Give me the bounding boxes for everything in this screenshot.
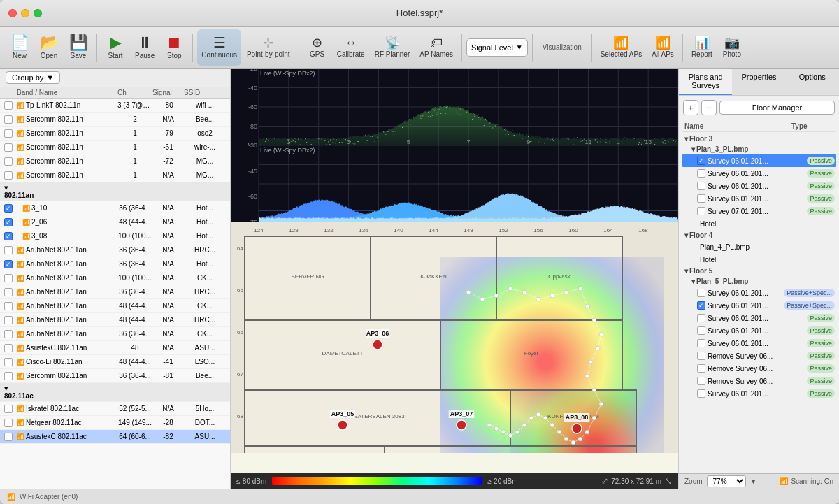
ap-checkbox[interactable] — [4, 419, 13, 427]
calibrate-button[interactable]: ↔ Calibrate — [333, 29, 369, 66]
point-by-point-button[interactable]: ⊹ Point-by-point — [243, 29, 294, 66]
tree-group[interactable]: ▾Floor 3 — [682, 134, 836, 144]
ap-row[interactable]: 📶 ArubaNet 802.11an 36 (36-4... N/A HRC.… — [0, 285, 230, 299]
rf-planner-button[interactable]: 📡 RF Planner — [371, 29, 415, 66]
ap-checkbox[interactable] — [4, 157, 13, 166]
ap-row[interactable]: 📶 ArubaNet 802.11an 100 (100... N/A CK..… — [0, 271, 230, 285]
ap-checkbox[interactable] — [4, 316, 13, 324]
open-button[interactable]: 📂 Open — [35, 29, 63, 66]
ap-row[interactable]: 📶 Cisco-Li 802.11an 48 (44-4... -41 LSO.… — [0, 355, 230, 369]
tree-item[interactable]: Hotel — [682, 217, 836, 230]
close-button[interactable] — [8, 9, 17, 17]
tree-item[interactable]: Hotel — [682, 253, 836, 266]
ap-checkbox[interactable] — [4, 143, 13, 152]
tree-checkbox[interactable] — [697, 377, 705, 385]
ap-checkbox[interactable]: ✓ — [4, 218, 13, 226]
tree-item[interactable]: Survey 06.01.201... Passive+Spec... — [682, 287, 836, 299]
tree-item[interactable]: Remove Survey 06... Passive — [682, 350, 836, 362]
ap-row[interactable]: 📶 Sercomm 802.11an 36 (36-4... -81 Bee..… — [0, 369, 230, 383]
tree-item[interactable]: ✓ Survey 06.01.201... Passive+Spec... — [682, 299, 836, 312]
ap-row[interactable]: 📶 Sercomm 802.11n 1 -61 wire-... — [0, 141, 230, 154]
tree-checkbox[interactable] — [697, 339, 705, 347]
tree-checkbox[interactable] — [697, 194, 705, 203]
start-button[interactable]: ▶ Start — [101, 29, 129, 66]
ap-row[interactable]: 📶 ArubaNet 802.11an 36 (36-4... N/A CK..… — [0, 327, 230, 341]
ap-checkbox[interactable] — [4, 372, 13, 380]
tree-group[interactable]: ▾Plan_3_PL.bmp — [682, 144, 836, 154]
tree-item[interactable]: Survey 06.01.201... Passive — [682, 324, 836, 337]
tree-item[interactable]: Survey 06.01.201... Passive — [682, 180, 836, 192]
ap-row[interactable]: 📶 AsustekC 802.11an 48 N/A ASU... — [0, 341, 230, 355]
ap-checkbox[interactable]: ✓ — [4, 232, 13, 240]
ap-row[interactable]: 📶 Sercomm 802.11n 1 -72 MG... — [0, 154, 230, 168]
tab-properties[interactable]: Properties — [732, 69, 785, 95]
ap-checkbox[interactable]: ✓ — [4, 204, 13, 213]
tree-item[interactable]: Survey 07.01.201... Passive — [682, 205, 836, 217]
ap-row[interactable]: ✓ 📶 3_10 36 (36-4... N/A Hot... — [0, 201, 230, 215]
tree-checkbox[interactable] — [697, 352, 705, 360]
tree-item[interactable]: Survey 06.01.201... Passive — [682, 192, 836, 205]
ap-checkbox[interactable] — [4, 344, 13, 352]
pause-button[interactable]: ⏸ Pause — [131, 29, 159, 66]
ap-names-button[interactable]: 🏷 AP Names — [415, 29, 457, 66]
ap-checkbox[interactable] — [4, 330, 13, 338]
ap-group-header[interactable]: ▾ 802.11an — [0, 182, 230, 201]
tab-options[interactable]: Options — [786, 69, 839, 95]
ap-row[interactable]: 📶 Sercomm 802.11n 2 N/A Bee... — [0, 113, 230, 127]
ap-checkbox[interactable] — [4, 274, 13, 282]
ap-checkbox[interactable] — [4, 171, 13, 180]
ap-row[interactable]: 📶 Sercomm 802.11n 1 N/A MG... — [0, 168, 230, 182]
floor-manager-button[interactable]: Floor Manager — [719, 101, 835, 115]
continuous-button[interactable]: ☰ Continuous — [197, 29, 241, 66]
tree-checkbox[interactable] — [697, 289, 705, 297]
tree-checkbox[interactable] — [697, 207, 705, 215]
signal-level-select[interactable]: Signal Level ▼ — [466, 38, 528, 57]
save-button[interactable]: 💾 Save — [64, 29, 92, 66]
ap-row[interactable]: ✓ 📶 ArubaNet 802.11an 36 (36-4... N/A Ho… — [0, 257, 230, 271]
tree-item[interactable]: Survey 06.01.201... Passive — [682, 337, 836, 350]
tree-checkbox[interactable] — [697, 364, 705, 373]
tree-item[interactable]: Survey 06.01.201... Passive — [682, 387, 836, 400]
ap-checkbox[interactable] — [4, 358, 13, 366]
tree-checkbox[interactable] — [697, 389, 705, 398]
tree-group[interactable]: ▾Plan_5_PL.bmp — [682, 276, 836, 287]
maximize-button[interactable] — [34, 9, 42, 17]
ap-row[interactable]: ✓ 📶 2_06 48 (44-4... N/A Hot... — [0, 215, 230, 229]
tree-group[interactable]: ▾Floor 4 — [682, 230, 836, 240]
ap-checkbox[interactable]: ✓ — [4, 260, 13, 268]
tree-checkbox[interactable] — [697, 314, 705, 322]
ap-checkbox[interactable] — [4, 101, 13, 110]
remove-floor-button[interactable]: − — [701, 100, 717, 115]
tree-checkbox[interactable] — [697, 326, 705, 335]
zoom-select[interactable]: 77% 50% 100% 150% — [707, 475, 746, 487]
selected-aps-button[interactable]: 📶 Selected APs — [596, 29, 646, 66]
add-floor-button[interactable]: + — [683, 100, 698, 115]
ap-row[interactable]: 📶 ArubaNet 802.11an 48 (44-4... N/A CK..… — [0, 299, 230, 313]
stop-button[interactable]: ⏹ Stop — [160, 29, 188, 66]
tree-item[interactable]: ✓ Survey 06.01.201... Passive — [682, 154, 836, 167]
ap-checkbox[interactable] — [4, 246, 13, 254]
tab-plans-surveys[interactable]: Plans and Surveys — [679, 69, 732, 95]
ap-row[interactable]: ✓ 📶 3_08 100 (100... N/A Hot... — [0, 229, 230, 243]
ap-checkbox[interactable] — [4, 302, 13, 310]
minimize-button[interactable] — [21, 9, 29, 17]
floor-plan-canvas[interactable] — [231, 222, 678, 453]
ap-row[interactable]: 📶 ArubaNet 802.11an 36 (36-4... N/A HRC.… — [0, 243, 230, 257]
ap-checkbox[interactable] — [4, 129, 13, 138]
ap-row[interactable]: 📶 Netgear 802.11ac 149 (149... -28 DOT..… — [0, 416, 230, 430]
photo-button[interactable]: 📷 Photo — [718, 29, 746, 66]
group-by-button[interactable]: Group by ▼ — [6, 71, 60, 84]
new-button[interactable]: 📄 New — [6, 29, 34, 66]
gps-button[interactable]: ⊕ GPS — [303, 29, 331, 66]
ap-row[interactable]: 📶 ArubaNet 802.11an 48 (44-4... N/A HRC.… — [0, 313, 230, 327]
tree-checkbox[interactable]: ✓ — [697, 301, 705, 310]
ap-checkbox[interactable] — [4, 405, 13, 413]
tree-checkbox[interactable]: ✓ — [697, 157, 705, 165]
ap-table[interactable]: Band / Name Ch Signal SSID 📶 Tp-LinkT 80… — [0, 87, 230, 489]
tree-item[interactable]: Plan_4_PL.bmp — [682, 240, 836, 253]
tree-item[interactable]: Remove Survey 06... Passive — [682, 375, 836, 387]
all-aps-button[interactable]: 📶 All APs — [647, 29, 678, 66]
ap-checkbox[interactable] — [4, 433, 13, 441]
tree-checkbox[interactable] — [697, 182, 705, 190]
tree-item[interactable]: Remove Survey 06... Passive — [682, 362, 836, 375]
